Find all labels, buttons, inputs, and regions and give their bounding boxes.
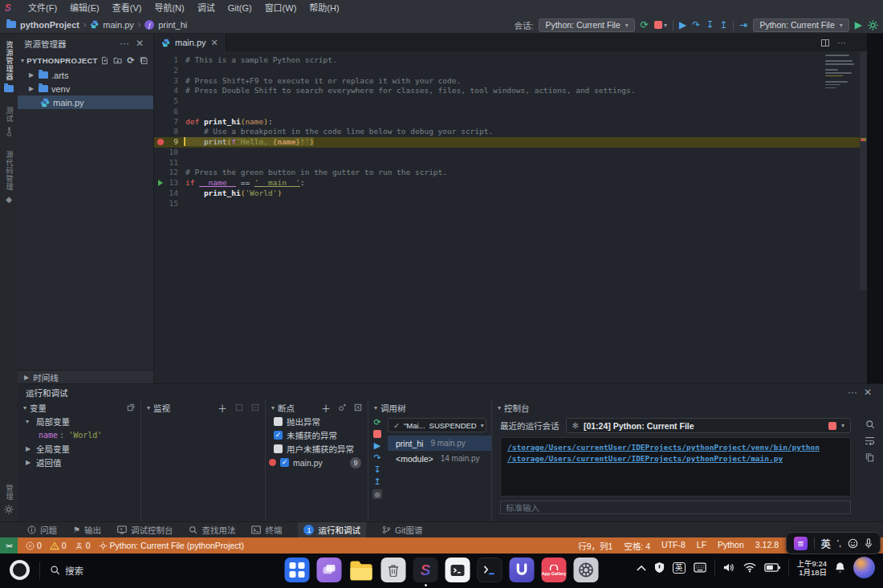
code-line[interactable]: 3# Press Shift+F9 to execute it or repla…	[154, 76, 867, 87]
new-file-icon[interactable]	[100, 56, 108, 65]
terminal-light-icon[interactable]	[446, 558, 470, 582]
ime-language-indicator[interactable]: 英	[821, 537, 831, 550]
remove-watch-icon[interactable]	[251, 403, 259, 412]
gutter-breakpoint-slot[interactable]	[154, 148, 166, 158]
word-wrap-icon[interactable]	[865, 436, 875, 445]
collapse-watch-icon[interactable]	[235, 403, 243, 412]
stack-frame-module[interactable]: <module> 14 main.py	[388, 451, 491, 466]
run-gutter-icon[interactable]	[158, 180, 163, 186]
refresh-icon[interactable]: ⟳	[127, 55, 135, 66]
call-tree-title[interactable]: 调用树	[380, 402, 406, 414]
bp-thrown-exceptions[interactable]: 抛出异常	[266, 415, 368, 428]
step-over-button[interactable]: ↷	[692, 20, 700, 30]
stack-frame-print-hi[interactable]: print_hi 9 main.py	[388, 436, 491, 451]
code-line[interactable]: 13if __name__ == '__main__':	[154, 178, 867, 189]
debug-session-indicator[interactable]: Python: Current File (pythonProject)	[99, 541, 245, 550]
console-link[interactable]: /storage/Users/currentUser/IDEProjects/p…	[507, 453, 844, 464]
notification-bell-icon[interactable]	[835, 562, 845, 574]
keyboard-icon[interactable]	[694, 562, 706, 573]
stop-session-icon[interactable]	[828, 422, 836, 430]
activity-test[interactable]: 测试	[5, 99, 14, 144]
checkbox-checked[interactable]: ✓	[274, 431, 283, 440]
tab-problems[interactable]: 问题	[27, 522, 57, 538]
code-line[interactable]: 14 print_hi('World')	[154, 189, 867, 199]
stop-button[interactable]	[373, 430, 381, 438]
run-to-cursor-button[interactable]: ⇥	[739, 20, 747, 30]
gutter-breakpoint-slot[interactable]	[154, 178, 166, 189]
tray-expand-icon[interactable]	[637, 565, 646, 571]
code-line[interactable]: 9 print(f'Hello, {name}!')	[154, 137, 867, 148]
collapse-all-icon[interactable]	[140, 56, 148, 65]
ports-indicator[interactable]: 0	[75, 541, 91, 550]
gutter-breakpoint-slot[interactable]	[154, 76, 166, 87]
gutter-breakpoint-slot[interactable]	[154, 199, 166, 209]
editor-scrollbar[interactable]	[860, 51, 867, 290]
security-shield-icon[interactable]	[654, 562, 665, 574]
more-actions-icon[interactable]: ···	[116, 38, 132, 49]
checkbox-checked[interactable]: ✓	[280, 458, 289, 467]
tree-item-venv[interactable]: ▶ venv	[18, 82, 153, 95]
open-in-window-icon[interactable]	[127, 403, 135, 412]
activity-manage[interactable]: 管理	[4, 477, 14, 521]
language-mode[interactable]: Python	[718, 540, 744, 552]
toggle-breakpoints-icon[interactable]	[338, 403, 347, 412]
dictionary-icon[interactable]: ≣	[794, 537, 808, 550]
close-panel-icon[interactable]: ✕	[132, 38, 147, 49]
menu-help[interactable]: 帮助(H)	[303, 0, 345, 16]
breakpoint-dot[interactable]	[157, 139, 164, 145]
tab-output[interactable]: ⚑ 输出	[73, 522, 101, 538]
bp-mainpy[interactable]: ✓main.py9	[266, 456, 368, 469]
gutter-breakpoint-slot[interactable]	[154, 158, 166, 168]
gutter-breakpoint-slot[interactable]	[154, 107, 166, 117]
code-line[interactable]: 11	[154, 158, 867, 168]
menu-navigate[interactable]: 导航(N)	[148, 0, 190, 16]
gutter-breakpoint-slot[interactable]	[154, 189, 166, 199]
stdin-input[interactable]	[500, 501, 851, 514]
session-dropdown[interactable]: ✻ [01:24] Python: Current File ▾	[566, 418, 852, 433]
continue-button[interactable]: ▶	[374, 441, 380, 450]
launcher-button[interactable]	[10, 560, 30, 580]
variable-row[interactable]: name:'World'	[18, 428, 140, 442]
restart-button[interactable]: ⟳	[641, 20, 649, 30]
tray-ime-indicator[interactable]: 英	[673, 562, 686, 574]
new-folder-icon[interactable]	[113, 56, 122, 65]
step-out-button[interactable]: ↥	[719, 20, 727, 30]
bp-uncaught-exceptions[interactable]: ✓未捕获的异常	[266, 428, 368, 442]
gutter-breakpoint-slot[interactable]	[154, 137, 166, 148]
editor-more-actions-icon[interactable]: ···	[837, 38, 846, 47]
remote-indicator[interactable]: ><	[0, 537, 18, 554]
focus-frame-icon[interactable]: ◎	[372, 489, 382, 499]
code-line[interactable]: 12# Press the green button in the gutter…	[154, 168, 867, 178]
eol[interactable]: LF	[697, 540, 706, 552]
battery-icon[interactable]	[764, 563, 780, 572]
tree-item-arts[interactable]: ▶ .arts	[18, 68, 153, 82]
tab-run-debug[interactable]: 1 运行和调试	[298, 522, 366, 538]
stop-button[interactable]: ▾	[654, 21, 667, 29]
gutter-breakpoint-slot[interactable]	[154, 86, 166, 96]
restart-button[interactable]: ⟳	[373, 418, 380, 427]
emoji-icon[interactable]	[848, 538, 858, 549]
add-watch-icon[interactable]: ＋	[218, 401, 227, 415]
gutter-breakpoint-slot[interactable]	[154, 117, 166, 128]
tab-debug-console[interactable]: 调试控制台	[117, 522, 173, 538]
panel-more-actions-icon[interactable]: ···	[844, 387, 861, 398]
step-into-button[interactable]: ↧	[373, 465, 380, 474]
encoding[interactable]: UTF-8	[661, 540, 686, 552]
menu-debug[interactable]: 调试	[191, 0, 222, 16]
ime-punctuation-indicator[interactable]: ',	[837, 538, 841, 548]
assistant-avatar[interactable]	[853, 557, 875, 578]
timeline-section[interactable]: ▶ 时间线	[18, 370, 153, 383]
return-values-row[interactable]: ▶返回值	[18, 456, 140, 469]
menu-window[interactable]: 窗口(W)	[258, 0, 303, 16]
menu-git[interactable]: Git(G)	[222, 0, 258, 16]
interpreter-version[interactable]: 3.12.8	[755, 540, 779, 552]
panel-close-icon[interactable]: ✕	[861, 387, 875, 398]
window-manager-icon[interactable]	[317, 558, 342, 582]
menu-edit[interactable]: 编辑(E)	[63, 0, 106, 16]
thread-dropdown[interactable]: ✓ "Mai... SUSPENDED ▾	[388, 418, 486, 432]
tab-close-icon[interactable]: ✕	[211, 38, 218, 48]
local-vars-row[interactable]: ▾局部变量	[18, 415, 140, 428]
breakpoints-title[interactable]: 断点	[278, 402, 295, 414]
run-config-dropdown[interactable]: Python: Current File▾	[753, 18, 848, 32]
tab-terminal[interactable]: 终端	[251, 522, 282, 538]
